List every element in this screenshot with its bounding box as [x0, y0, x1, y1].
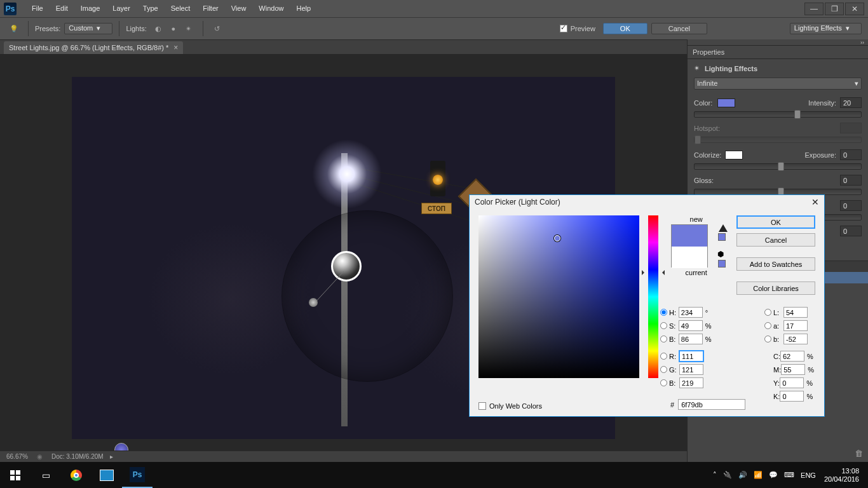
zoom-level[interactable]: 66.67% [6, 453, 28, 460]
menu-help[interactable]: Help [290, 0, 317, 17]
photo-viewer-icon[interactable] [92, 462, 122, 488]
light-gizmo-handle[interactable] [309, 298, 318, 307]
infinite-light-icon[interactable]: ✴ [182, 22, 195, 35]
h-radio[interactable] [660, 309, 667, 316]
hue-slider[interactable] [648, 215, 659, 378]
language-indicator[interactable]: ENG [801, 471, 816, 479]
workspace-select[interactable]: Lighting Effects ▾ [790, 23, 862, 34]
minimize-button[interactable]: — [804, 3, 824, 15]
intensity-slider[interactable] [694, 111, 862, 118]
presets-select[interactable]: Custom ▾ [64, 23, 112, 34]
power-icon[interactable]: 🔌 [723, 471, 732, 479]
network-icon[interactable]: 📶 [754, 471, 763, 479]
menu-select[interactable]: Select [165, 0, 197, 17]
y-input[interactable] [780, 377, 804, 388]
taskview-button[interactable]: ▭ [31, 462, 61, 488]
current-color-swatch[interactable] [672, 247, 707, 268]
b-rgb-radio[interactable] [660, 379, 667, 386]
dialog-titlebar[interactable]: Color Picker (Light Color) ✕ [470, 195, 824, 209]
r-input[interactable] [679, 351, 703, 362]
menu-bar: Ps File Edit Image Layer Type Select Fil… [0, 0, 868, 17]
point-light-icon[interactable]: ● [167, 22, 180, 35]
c-input[interactable] [780, 351, 804, 362]
web-only-label: Only Web Colors [489, 402, 542, 410]
trash-icon[interactable]: 🗑 [855, 449, 863, 458]
light-type-select[interactable]: Infinite▾ [694, 78, 862, 90]
menu-edit[interactable]: Edit [50, 0, 74, 17]
properties-tab[interactable]: Properties [688, 46, 868, 59]
menu-view[interactable]: View [225, 0, 253, 17]
volume-icon[interactable]: 🔊 [738, 471, 747, 479]
gloss-input[interactable] [840, 175, 862, 186]
cancel-button[interactable]: Cancel [651, 23, 707, 34]
lights-label: Lights: [126, 25, 146, 32]
menu-type[interactable]: Type [137, 0, 165, 17]
taskbar-clock[interactable]: 13:08 20/04/2016 [824, 467, 859, 484]
sv-cursor[interactable] [554, 235, 560, 241]
add-to-swatches-button[interactable]: Add to Swatches [736, 257, 815, 271]
gamut-warning-icon[interactable] [719, 224, 728, 232]
k-input[interactable] [780, 391, 804, 402]
color-swatch[interactable] [717, 98, 735, 107]
chrome-icon[interactable] [61, 462, 92, 488]
b-lab-radio[interactable] [764, 336, 771, 342]
close-button[interactable]: ✕ [845, 3, 864, 15]
spot-light-icon[interactable]: ◐ [152, 22, 165, 35]
menu-file[interactable]: File [25, 0, 50, 17]
status-flyout-icon[interactable]: ▸ [110, 453, 113, 460]
reset-light-icon[interactable]: ↺ [211, 22, 224, 35]
a-input[interactable] [783, 320, 808, 331]
g-input[interactable] [679, 364, 703, 375]
b-lab-input[interactable] [783, 334, 808, 344]
menu-filter[interactable]: Filter [196, 0, 224, 17]
b-hsb-input[interactable] [679, 334, 703, 344]
start-button[interactable] [0, 462, 31, 488]
preview-checkbox[interactable] [560, 25, 567, 32]
s-input[interactable] [679, 320, 703, 331]
menu-window[interactable]: Window [252, 0, 290, 17]
ok-button[interactable]: OK [603, 23, 648, 34]
web-only-checkbox[interactable] [478, 402, 486, 410]
gamut-swatch[interactable] [718, 233, 726, 241]
doc-info: Doc: 3.10M/6.20M [51, 453, 104, 460]
tray-overflow-icon[interactable]: ˄ [713, 471, 717, 479]
svg-rect-4 [16, 476, 20, 480]
document-tab[interactable]: Street Lights.jpg @ 66.7% (Light Effects… [4, 41, 183, 54]
hex-input[interactable] [678, 399, 745, 410]
panel-flyout-icon[interactable]: ›› [688, 39, 868, 46]
picker-ok-button[interactable]: OK [736, 215, 815, 229]
menu-image[interactable]: Image [74, 0, 107, 17]
keyboard-icon[interactable]: ⌨ [784, 471, 794, 479]
colorize-swatch[interactable] [725, 151, 743, 159]
b-hsb-radio[interactable] [660, 336, 667, 342]
l-radio[interactable] [764, 309, 771, 316]
dialog-close-icon[interactable]: ✕ [811, 197, 819, 207]
metallic-input[interactable] [840, 200, 862, 211]
h-input[interactable] [679, 307, 703, 318]
restore-button[interactable]: ❐ [825, 3, 844, 15]
websafe-swatch[interactable] [718, 260, 726, 268]
r-radio[interactable] [660, 353, 667, 360]
a-radio[interactable] [764, 322, 771, 329]
picker-cancel-button[interactable]: Cancel [736, 233, 815, 247]
intensity-input[interactable] [840, 97, 862, 108]
m-input[interactable] [781, 364, 805, 375]
websafe-warning-icon[interactable]: ⬢ [717, 250, 724, 259]
b-rgb-input[interactable] [679, 377, 703, 388]
l-input[interactable] [783, 307, 808, 318]
exposure-slider[interactable] [694, 163, 862, 170]
close-tab-icon[interactable]: × [173, 43, 178, 52]
light-gizmo-ring[interactable] [281, 210, 453, 382]
action-center-icon[interactable]: 💬 [769, 471, 778, 479]
ambience-input[interactable] [840, 226, 862, 236]
photoshop-taskbar-icon[interactable]: Ps [122, 462, 153, 488]
s-radio[interactable] [660, 322, 667, 329]
preview-label: Preview [571, 25, 595, 32]
g-radio[interactable] [660, 366, 667, 373]
exposure-input[interactable] [840, 149, 862, 160]
svg-line-0 [315, 271, 344, 303]
dialog-title: Color Picker (Light Color) [475, 198, 560, 207]
menu-layer[interactable]: Layer [106, 0, 137, 17]
color-libraries-button[interactable]: Color Libraries [736, 281, 815, 295]
saturation-value-field[interactable] [478, 215, 639, 378]
